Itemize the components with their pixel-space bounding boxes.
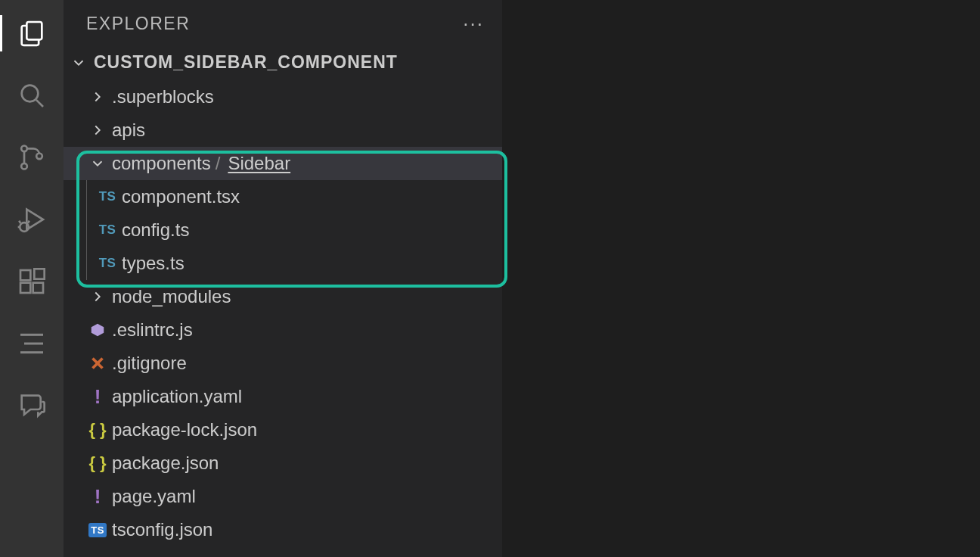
file-row[interactable]: !application.yaml — [64, 380, 502, 413]
file-row[interactable]: { }package.json — [64, 447, 502, 480]
activity-outline-icon[interactable] — [9, 321, 54, 366]
explorer-sidebar: EXPLORER ··· CUSTOM_SIDEBAR_COMPONENT .s… — [64, 0, 502, 557]
chevron-right-icon — [86, 122, 109, 138]
svg-line-2 — [36, 100, 43, 107]
editor-area — [502, 0, 980, 557]
chevron-right-icon — [86, 288, 109, 305]
svg-rect-11 — [20, 283, 30, 293]
file-row[interactable]: !page.yaml — [64, 480, 502, 513]
svg-rect-10 — [20, 270, 30, 280]
file-name: types.ts — [119, 253, 185, 274]
path-separator: / — [211, 153, 225, 174]
activity-explorer-icon[interactable] — [9, 11, 54, 56]
activity-extensions-icon[interactable] — [9, 259, 54, 304]
file-row[interactable]: .gitignore — [64, 347, 502, 380]
activity-source-control-icon[interactable] — [9, 135, 54, 180]
yaml-icon: ! — [86, 385, 109, 409]
chevron-down-icon — [86, 155, 109, 172]
activity-search-icon[interactable] — [9, 73, 54, 118]
folder-row[interactable]: .superblocks — [64, 80, 502, 114]
project-root-header[interactable]: CUSTOM_SIDEBAR_COMPONENT — [64, 48, 502, 77]
yaml-icon: ! — [86, 485, 109, 509]
svg-marker-17 — [91, 324, 104, 337]
project-root-title: CUSTOM_SIDEBAR_COMPONENT — [94, 52, 398, 73]
svg-point-4 — [21, 163, 27, 170]
folder-name: components — [109, 153, 211, 174]
svg-rect-0 — [26, 22, 42, 39]
file-row[interactable]: TScomponent.tsx — [64, 180, 502, 213]
tsconfig-icon: TS — [86, 523, 109, 537]
folder-name: apis — [109, 120, 145, 141]
json-icon: { } — [86, 420, 109, 440]
file-name: component.tsx — [119, 186, 240, 207]
activity-run-debug-icon[interactable] — [9, 197, 54, 242]
file-row[interactable]: TStypes.ts — [64, 247, 502, 280]
file-name: tsconfig.json — [109, 519, 212, 540]
file-tree: .superblocksapiscomponents/SidebarTScomp… — [64, 77, 502, 546]
svg-line-7 — [19, 221, 20, 223]
file-name: package.json — [109, 453, 219, 474]
svg-point-1 — [22, 86, 39, 102]
typescript-icon: TS — [96, 256, 119, 271]
typescript-icon: TS — [96, 189, 119, 204]
file-name: .gitignore — [109, 353, 187, 374]
typescript-icon: TS — [96, 222, 119, 238]
file-row[interactable]: { }package-lock.json — [64, 413, 502, 447]
file-name: package-lock.json — [109, 419, 257, 440]
file-row[interactable]: TSconfig.ts — [64, 213, 502, 247]
eslint-icon — [86, 322, 109, 338]
folder-name: node_modules — [109, 286, 231, 307]
chevron-down-icon — [68, 54, 89, 71]
folder-row[interactable]: apis — [64, 114, 502, 147]
explorer-more-icon[interactable]: ··· — [463, 12, 484, 36]
svg-line-8 — [28, 221, 29, 223]
activity-bar — [0, 0, 64, 557]
file-row[interactable]: TStsconfig.json — [64, 513, 502, 546]
file-name: page.yaml — [109, 486, 196, 507]
explorer-header: EXPLORER ··· — [64, 0, 502, 48]
svg-rect-12 — [33, 283, 43, 293]
svg-point-5 — [36, 154, 42, 160]
json-icon: { } — [86, 453, 109, 473]
chevron-right-icon — [86, 89, 109, 105]
file-name: application.yaml — [109, 386, 242, 407]
folder-name: Sidebar — [225, 153, 290, 174]
svg-rect-13 — [34, 269, 44, 278]
explorer-title: EXPLORER — [86, 14, 190, 34]
git-icon — [86, 355, 109, 372]
file-name: config.ts — [119, 219, 189, 241]
folder-row[interactable]: node_modules — [64, 280, 502, 313]
folder-row[interactable]: components/Sidebar — [64, 147, 502, 180]
file-row[interactable]: .eslintrc.js — [64, 313, 502, 347]
file-name: .eslintrc.js — [109, 319, 193, 341]
activity-chat-icon[interactable] — [9, 383, 54, 428]
svg-point-3 — [21, 146, 27, 152]
folder-name: .superblocks — [109, 86, 214, 107]
